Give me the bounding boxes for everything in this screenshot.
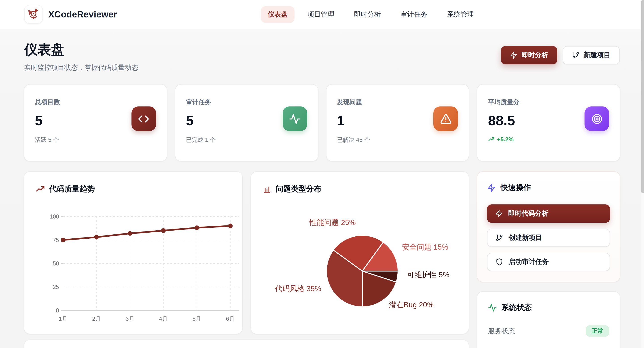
x-axis-tick-label: 5月 [192, 316, 201, 322]
shield-icon [496, 258, 503, 266]
stats-row: 总项目数 5 活跃 5 个 审计任务 5 已完成 1 个 [24, 84, 620, 162]
status-badge: 正常 [586, 325, 609, 337]
line-chart-title: 代码质量趋势 [49, 184, 95, 194]
top-navbar: XCodeReviewer 仪表盘 项目管理 即时分析 审计任务 系统管理 [0, 0, 644, 29]
right-column: 快速操作 即时代码分析 [477, 171, 620, 348]
line-point [194, 226, 199, 230]
issue-distribution-card: 问题类型分布 可维护性 5%潜在Bug 20%代码风格 35%性能问题 25%安… [250, 171, 469, 334]
brand[interactable]: XCodeReviewer [24, 5, 117, 24]
git-branch-icon [496, 234, 503, 242]
trending-up-icon [36, 184, 45, 194]
target-icon [584, 106, 609, 131]
stat-label: 审计任务 [186, 98, 216, 106]
zap-icon [510, 52, 518, 59]
line-point [94, 235, 99, 240]
scrollbar-thumb[interactable] [641, 0, 644, 193]
brand-name: XCodeReviewer [48, 9, 117, 20]
start-audit-button[interactable]: 启动审计任务 [487, 253, 610, 271]
quality-trend-card: 代码质量趋势 02550751001月2月3月4月5月6月 [24, 171, 242, 334]
page-title: 仪表盘 [24, 41, 138, 59]
alert-triangle-icon [434, 106, 458, 131]
x-axis-tick-label: 3月 [126, 316, 134, 322]
quick-actions-title: 快速操作 [501, 182, 531, 193]
trend-up-icon [488, 136, 495, 143]
stat-sub: 活跃 5 个 [35, 136, 60, 144]
line-point [161, 228, 166, 233]
nav-item-projects[interactable]: 项目管理 [301, 6, 341, 22]
x-axis-tick-label: 2月 [92, 316, 101, 322]
x-axis-tick-label: 1月 [59, 316, 68, 322]
system-status-card: 系统状态 服务状态 正常 API响应 45ms [477, 291, 620, 348]
nav-item-audit-tasks[interactable]: 审计任务 [394, 6, 434, 22]
pie-slice-label: 安全问题 15% [402, 242, 448, 252]
new-project-button[interactable]: 新建项目 [562, 46, 620, 64]
nav-item-dashboard[interactable]: 仪表盘 [261, 6, 294, 22]
stat-value: 5 [186, 113, 216, 129]
stat-label: 发现问题 [337, 98, 370, 106]
x-axis-tick-label: 6月 [226, 316, 235, 322]
stat-card-avg-quality[interactable]: 平均质量分 88.5 +5.2% [477, 84, 620, 162]
line-point [228, 224, 233, 228]
pie-slice-label: 代码风格 35% [275, 284, 321, 294]
page-header: 仪表盘 实时监控项目状态，掌握代码质量动态 即时分析 新 [0, 29, 644, 72]
instant-analysis-button[interactable]: 即时分析 [501, 46, 557, 64]
app-logo-icon [24, 5, 43, 24]
y-axis-tick-label: 75 [53, 237, 59, 243]
main-nav: 仪表盘 项目管理 即时分析 审计任务 系统管理 [261, 6, 480, 22]
issue-distribution-pie-chart: 可维护性 5%潜在Bug 20%代码风格 35%性能问题 25%安全问题 15% [251, 172, 469, 334]
git-branch-icon [572, 52, 580, 59]
stat-value: 88.5 [488, 113, 520, 129]
nav-item-instant-analysis[interactable]: 即时分析 [347, 6, 388, 22]
app-viewport: XCodeReviewer 仪表盘 项目管理 即时分析 审计任务 系统管理 仪表… [0, 0, 644, 348]
stat-card-issues-found[interactable]: 发现问题 1 已解决 45 个 [326, 84, 469, 162]
nav-item-system-admin[interactable]: 系统管理 [440, 6, 480, 22]
x-axis-tick-label: 4月 [159, 316, 168, 322]
line-point [61, 238, 66, 242]
y-axis-tick-label: 100 [50, 213, 59, 220]
y-axis-tick-label: 50 [53, 260, 59, 266]
y-axis-tick-label: 25 [53, 284, 59, 290]
project-overview-card: 项目概览 [24, 340, 469, 348]
quality-trend-line [63, 226, 230, 240]
system-status-title: 系统状态 [502, 302, 532, 313]
zap-icon [495, 210, 503, 218]
stat-sub-trend: +5.2% [488, 136, 520, 143]
pie-slice-label: 可维护性 5% [407, 270, 450, 280]
zap-icon [487, 183, 496, 192]
stat-sub: 已完成 1 个 [186, 136, 216, 144]
status-row-service: 服务状态 正常 [488, 325, 609, 337]
page-subtitle: 实时监控项目状态，掌握代码质量动态 [24, 64, 138, 72]
stat-value: 5 [35, 113, 60, 129]
stat-label: 平均质量分 [488, 98, 520, 106]
y-axis-tick-label: 0 [56, 307, 59, 314]
pie-slice-label: 潜在Bug 20% [389, 300, 434, 310]
pie-slice-label: 性能问题 25% [310, 218, 356, 228]
page-header-text: 仪表盘 实时监控项目状态，掌握代码质量动态 [24, 41, 138, 72]
code-icon [132, 106, 156, 131]
quick-actions-card: 快速操作 即时代码分析 [477, 171, 620, 282]
line-point [128, 231, 132, 236]
instant-code-analysis-button[interactable]: 即时代码分析 [487, 204, 610, 223]
header-actions: 即时分析 新建项目 [501, 46, 620, 64]
stat-card-total-projects[interactable]: 总项目数 5 活跃 5 个 [24, 84, 167, 162]
activity-icon [282, 106, 307, 131]
stat-label: 总项目数 [35, 98, 60, 106]
stat-card-audit-tasks[interactable]: 审计任务 5 已完成 1 个 [175, 84, 318, 162]
create-project-button[interactable]: 创建新项目 [487, 228, 610, 247]
stat-value: 1 [337, 113, 370, 129]
page-scrollbar[interactable] [641, 0, 644, 348]
quality-trend-line-chart: 02550751001月2月3月4月5月6月 [40, 208, 242, 328]
stat-sub: 已解决 45 个 [337, 136, 370, 144]
activity-icon [488, 303, 497, 312]
